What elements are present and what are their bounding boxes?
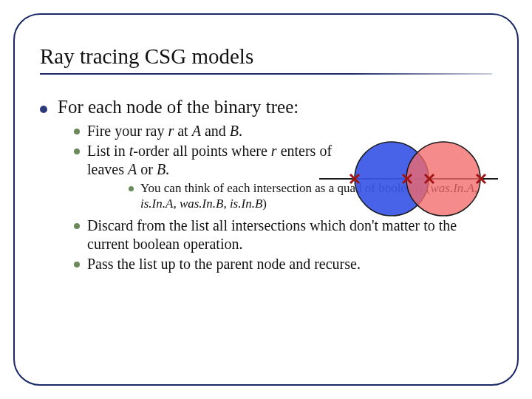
- text-fragment: Fire your ray: [87, 123, 168, 139]
- bullet-l1-text: For each node of the binary tree:: [58, 97, 299, 117]
- text-fragment: at: [174, 123, 191, 139]
- l2-text-e: Pass the list up to the parent node and …: [87, 255, 361, 273]
- var-r: r: [271, 143, 277, 159]
- var-A: A: [192, 123, 201, 139]
- var-A: A: [128, 161, 137, 177]
- bullet-dot-icon: [40, 106, 47, 113]
- title-underline: [40, 73, 492, 75]
- var-B: B: [230, 123, 239, 139]
- bullet-hollow-icon: [74, 262, 80, 267]
- bullet-hollow-icon: [129, 186, 134, 191]
- circle-b: [406, 142, 480, 216]
- bullet-level1: For each node of the binary tree:: [40, 97, 492, 117]
- bullet-hollow-icon: [74, 149, 80, 154]
- slide-title: Ray tracing CSG models: [40, 44, 492, 73]
- text-fragment: .: [166, 161, 169, 177]
- l2-text-b: List in t-order all points where r enter…: [87, 142, 338, 179]
- text-fragment: and: [201, 123, 230, 139]
- text-fragment: -order all points where: [133, 143, 271, 159]
- list-item: Pass the list up to the parent node and …: [74, 255, 492, 273]
- text-fragment: .: [239, 123, 242, 139]
- text-fragment: ): [262, 197, 267, 211]
- var-B: B: [157, 161, 166, 177]
- text-fragment: or: [137, 161, 157, 177]
- venn-diagram: [319, 137, 498, 226]
- text-fragment: List in: [87, 143, 129, 159]
- l2-text-a: Fire your ray r at A and B.: [87, 122, 242, 140]
- bullet-hollow-icon: [74, 129, 80, 134]
- bullet-hollow-icon: [74, 223, 80, 229]
